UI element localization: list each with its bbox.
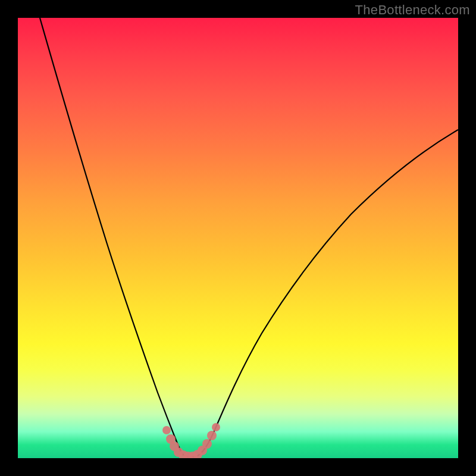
chart-frame: TheBottleneck.com (0, 0, 476, 476)
plot-area (18, 18, 458, 458)
optimal-marker (162, 426, 171, 434)
bottleneck-curve-line (40, 18, 458, 457)
optimal-marker (212, 423, 220, 431)
chart-svg (18, 18, 458, 458)
optimal-marker (202, 439, 212, 449)
watermark-text: TheBottleneck.com (355, 2, 470, 18)
optimal-marker (207, 431, 217, 440)
